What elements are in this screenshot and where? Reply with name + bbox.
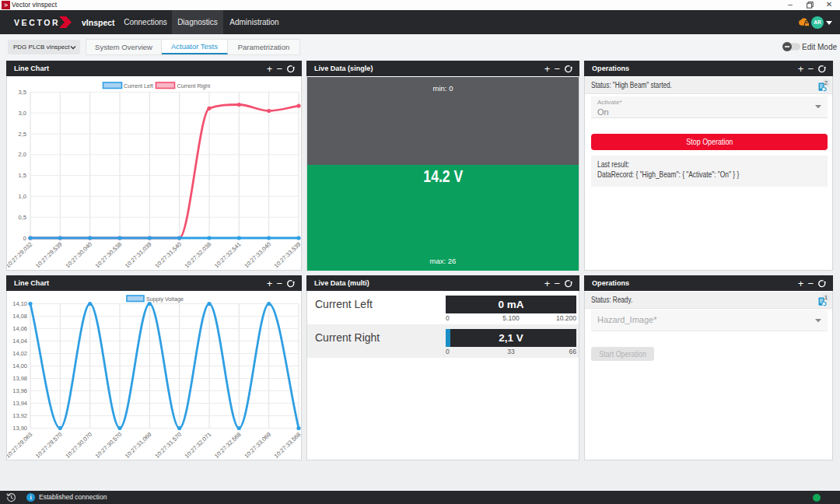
svg-text:Supply Voltage: Supply Voltage (146, 296, 184, 303)
svg-text:10:27:31,069: 10:27:31,069 (124, 431, 153, 460)
svg-text:10:27:29,063: 10:27:29,063 (7, 431, 33, 460)
svg-text:10:27:32,038: 10:27:32,038 (184, 240, 213, 269)
svg-text:13,92: 13,92 (12, 412, 27, 419)
svg-text:3,5: 3,5 (19, 89, 26, 96)
svg-text:10:27:29,032: 10:27:29,032 (7, 240, 33, 269)
svg-text:14,06: 14,06 (12, 325, 27, 332)
svg-text:10:27:31,540: 10:27:31,540 (153, 240, 183, 269)
svg-text:10:27:33,040: 10:27:33,040 (243, 240, 272, 269)
svg-text:2,5: 2,5 (19, 131, 26, 138)
svg-text:14,04: 14,04 (12, 338, 27, 345)
svg-text:10:27:33,568: 10:27:33,568 (273, 431, 301, 460)
svg-text:Current Right: Current Right (177, 82, 211, 89)
svg-text:0,5: 0,5 (19, 214, 26, 221)
svg-text:10:27:32,071: 10:27:32,071 (184, 431, 213, 460)
svg-text:3,0: 3,0 (19, 110, 26, 117)
svg-text:14,02: 14,02 (12, 350, 27, 357)
svg-text:10:27:32,568: 10:27:32,568 (213, 431, 243, 460)
svg-text:10:27:29,539: 10:27:29,539 (34, 240, 64, 269)
svg-text:10:27:30,570: 10:27:30,570 (94, 431, 124, 460)
svg-text:10:27:32,541: 10:27:32,541 (213, 240, 243, 269)
svg-text:10:27:31,570: 10:27:31,570 (153, 431, 183, 460)
svg-text:Current Left: Current Left (124, 82, 153, 89)
svg-text:2,0: 2,0 (19, 151, 26, 158)
svg-text:13,96: 13,96 (12, 387, 27, 394)
svg-text:13,90: 13,90 (12, 425, 27, 432)
svg-text:0: 0 (23, 235, 26, 242)
svg-text:10:27:30,040: 10:27:30,040 (64, 240, 93, 269)
svg-text:10:27:31,039: 10:27:31,039 (124, 240, 153, 269)
svg-text:10:27:30,070: 10:27:30,070 (64, 431, 93, 460)
svg-text:10:27:33,069: 10:27:33,069 (243, 431, 272, 460)
svg-text:10:27:33,539: 10:27:33,539 (273, 240, 301, 269)
svg-text:10:27:30,538: 10:27:30,538 (94, 240, 124, 269)
svg-text:14,00: 14,00 (12, 362, 27, 369)
svg-text:14,08: 14,08 (12, 313, 27, 320)
svg-text:13,98: 13,98 (12, 375, 27, 382)
svg-text:1,0: 1,0 (19, 193, 26, 200)
svg-text:10:27:29,570: 10:27:29,570 (34, 431, 64, 460)
svg-text:14,10: 14,10 (12, 300, 27, 307)
svg-text:1,5: 1,5 (19, 172, 26, 179)
svg-text:13,94: 13,94 (12, 400, 27, 407)
